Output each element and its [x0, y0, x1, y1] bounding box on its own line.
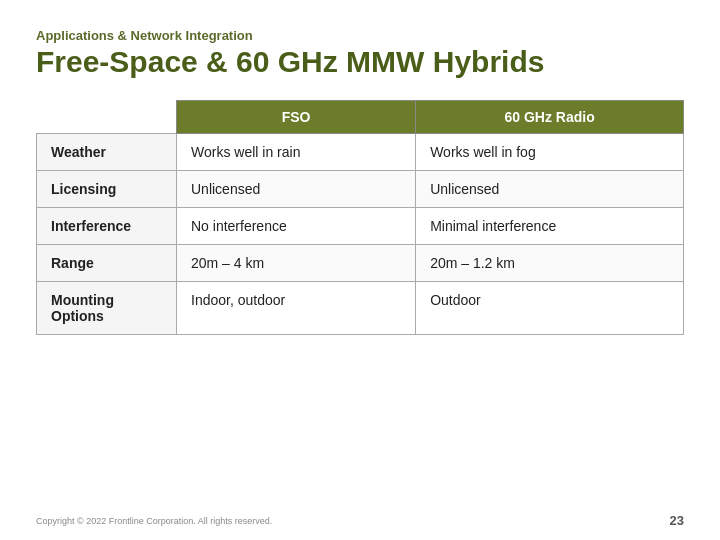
slide-footer: Copyright © 2022 Frontline Corporation. … — [36, 513, 684, 528]
row-fso-value: No interference — [177, 207, 416, 244]
col-empty-header — [37, 100, 177, 133]
row-fso-value: Indoor, outdoor — [177, 281, 416, 334]
row-radio-value: Outdoor — [416, 281, 684, 334]
row-label: Interference — [37, 207, 177, 244]
row-radio-value: Works well in fog — [416, 133, 684, 170]
copyright-text: Copyright © 2022 Frontline Corporation. … — [36, 516, 272, 526]
col-fso-header: FSO — [177, 100, 416, 133]
table-row: Mounting OptionsIndoor, outdoorOutdoor — [37, 281, 684, 334]
row-radio-value: Minimal interference — [416, 207, 684, 244]
row-label: Weather — [37, 133, 177, 170]
slide: Applications & Network Integration Free-… — [0, 0, 720, 540]
table-row: Range20m – 4 km20m – 1.2 km — [37, 244, 684, 281]
slide-subtitle: Applications & Network Integration — [36, 28, 684, 43]
slide-title: Free-Space & 60 GHz MMW Hybrids — [36, 45, 684, 80]
table-row: InterferenceNo interferenceMinimal inter… — [37, 207, 684, 244]
row-fso-value: 20m – 4 km — [177, 244, 416, 281]
table-row: WeatherWorks well in rainWorks well in f… — [37, 133, 684, 170]
col-radio-header: 60 GHz Radio — [416, 100, 684, 133]
row-label: Range — [37, 244, 177, 281]
row-radio-value: 20m – 1.2 km — [416, 244, 684, 281]
row-label: Mounting Options — [37, 281, 177, 334]
row-label: Licensing — [37, 170, 177, 207]
comparison-table: FSO 60 GHz Radio WeatherWorks well in ra… — [36, 100, 684, 335]
page-number: 23 — [670, 513, 684, 528]
row-fso-value: Works well in rain — [177, 133, 416, 170]
table-row: LicensingUnlicensedUnlicensed — [37, 170, 684, 207]
row-fso-value: Unlicensed — [177, 170, 416, 207]
row-radio-value: Unlicensed — [416, 170, 684, 207]
